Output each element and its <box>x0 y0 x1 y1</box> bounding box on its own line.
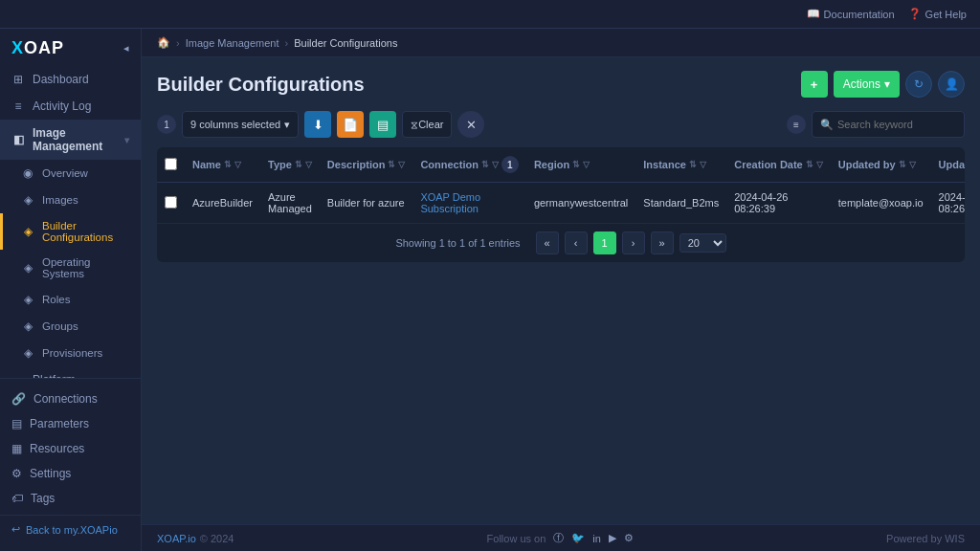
sort-icon[interactable]: ⇅ <box>806 160 813 169</box>
sidebar-item-operating-systems[interactable]: ◈ Operating Systems <box>0 250 141 286</box>
facebook-icon[interactable]: ⓕ <box>553 531 564 545</box>
github-icon[interactable]: ⚙ <box>624 532 634 544</box>
filter-icon[interactable]: ▽ <box>305 160 312 169</box>
sidebar-item-label: Roles <box>42 294 70 305</box>
sidebar-item-activity-log[interactable]: ≡ Activity Log <box>0 93 141 120</box>
sort-icon[interactable]: ⇅ <box>689 160 697 169</box>
sidebar-item-label: Overview <box>42 167 88 179</box>
select-all-checkbox[interactable] <box>165 158 177 170</box>
pdf-icon: 📄 <box>343 118 358 132</box>
sidebar-item-groups[interactable]: ◈ Groups <box>0 313 141 340</box>
last-page-btn[interactable]: » <box>651 231 674 254</box>
filter-icon[interactable]: ▽ <box>816 160 823 169</box>
table-row: AzureBuilder Azure Managed Builder for a… <box>157 183 965 224</box>
back-to-myxoap-btn[interactable]: ↩ Back to my.XOAPio <box>0 515 141 543</box>
sidebar-item-label: Tags <box>31 492 55 505</box>
sidebar-item-dashboard[interactable]: ⊞ Dashboard <box>0 66 141 93</box>
sidebar-collapse-btn[interactable]: ◂ <box>123 42 129 55</box>
row-name: AzureBuilder <box>185 183 260 224</box>
header-actions: + Actions ▾ ↻ 👤 <box>801 71 965 98</box>
sidebar-item-label: Builder Configurations <box>42 220 129 243</box>
actions-button[interactable]: Actions ▾ <box>834 71 900 98</box>
linkedin-icon[interactable]: in <box>592 533 601 544</box>
groups-icon: ◈ <box>21 320 34 333</box>
sidebar-item-overview[interactable]: ◉ Overview <box>0 160 141 187</box>
first-page-btn[interactable]: « <box>536 231 559 254</box>
breadcrumb-image-management[interactable]: Image Management <box>186 37 279 49</box>
user-button[interactable]: 👤 <box>938 71 965 98</box>
sidebar-item-settings[interactable]: ⚙ Settings <box>0 461 141 486</box>
filter-icon[interactable]: ▽ <box>583 160 590 169</box>
documentation-link[interactable]: 📖 Documentation <box>807 8 895 20</box>
refresh-button[interactable]: ↻ <box>905 71 932 98</box>
pagination: Showing 1 to 1 of 1 entries « ‹ 1 › » 20… <box>157 224 965 262</box>
sidebar-item-label: Groups <box>42 320 78 332</box>
sidebar-item-roles[interactable]: ◈ Roles <box>0 286 141 313</box>
filter-icon: ⧖ <box>411 119 418 131</box>
sidebar-item-label: Image Management <box>33 126 117 153</box>
filter-icon[interactable]: ▽ <box>700 160 706 169</box>
more-options-button[interactable]: ✕ <box>457 111 484 138</box>
col-header-instance: Instance ⇅ ▽ <box>635 147 726 183</box>
table-container: Name ⇅ ▽ Type ⇅ ▽ <box>157 147 965 262</box>
page-1-btn[interactable]: 1 <box>593 231 616 254</box>
row-checkbox[interactable] <box>165 196 177 209</box>
row-update-date: 2024-04-26 08:26:39 <box>931 183 965 224</box>
filter-icon[interactable]: ▽ <box>234 160 241 169</box>
sort-icon[interactable]: ⇅ <box>295 160 302 169</box>
resources-icon: ▦ <box>11 442 22 455</box>
sidebar-item-builder-configurations[interactable]: ◈ Builder Configurations <box>0 213 141 250</box>
prev-page-btn[interactable]: ‹ <box>565 231 588 254</box>
sidebar-item-images[interactable]: ◈ Images <box>0 187 141 213</box>
sidebar-item-resources[interactable]: ▦ Resources <box>0 436 141 461</box>
sidebar-item-label: Connections <box>33 392 98 406</box>
filter-icon[interactable]: ▽ <box>398 160 405 169</box>
youtube-icon[interactable]: ▶ <box>609 532 616 544</box>
twitter-icon[interactable]: 🐦 <box>571 532 585 544</box>
footer-left: XOAP.io © 2024 <box>157 533 234 544</box>
export-table-button[interactable]: ▤ <box>369 111 396 138</box>
follow-label: Follow us on <box>487 533 546 544</box>
sort-icon[interactable]: ⇅ <box>224 160 232 169</box>
book-icon: 📖 <box>807 8 820 20</box>
table-header-row: Name ⇅ ▽ Type ⇅ ▽ <box>157 147 965 183</box>
gethelp-link[interactable]: ❓ Get Help <box>908 8 967 20</box>
sidebar-item-label: Dashboard <box>33 73 89 86</box>
clear-filter-button[interactable]: ⧖ Clear <box>402 111 452 138</box>
search-box[interactable]: 🔍 <box>812 111 965 138</box>
sort-icon[interactable]: ⇅ <box>388 160 395 169</box>
sidebar-item-connections[interactable]: 🔗 Connections <box>0 386 141 411</box>
sidebar-item-tags[interactable]: 🏷 Tags <box>0 486 141 511</box>
filter-icon[interactable]: ▽ <box>492 160 499 169</box>
sidebar-item-label: Images <box>42 194 78 206</box>
filter-icon[interactable]: ▽ <box>909 160 916 169</box>
sidebar-item-platform-management[interactable]: ◧ Platform Management ▸ <box>0 366 141 378</box>
search-input[interactable] <box>837 119 956 130</box>
sort-icon[interactable]: ⇅ <box>481 160 489 169</box>
overview-icon: ◉ <box>21 166 34 180</box>
home-icon[interactable]: 🏠 <box>157 36 170 49</box>
export-csv-button[interactable]: ⬇ <box>304 111 331 138</box>
sidebar-item-label: Provisioners <box>42 347 102 359</box>
pagination-info: Showing 1 to 1 of 1 entries <box>395 237 520 249</box>
sidebar-item-image-management[interactable]: ◧ Image Management ▾ <box>0 120 141 160</box>
topbar: 📖 Documentation ❓ Get Help <box>0 0 980 29</box>
logo: XOAP <box>11 38 64 58</box>
sort-icon[interactable]: ⇅ <box>572 160 580 169</box>
main-layout: XOAP ◂ ⊞ Dashboard ≡ Activity Log ◧ Imag… <box>0 29 980 551</box>
os-icon: ◈ <box>21 261 34 275</box>
next-page-btn[interactable]: › <box>622 231 645 254</box>
page-size-select[interactable]: 20 50 100 <box>679 233 726 253</box>
table-icon: ▤ <box>377 118 389 132</box>
export-pdf-button[interactable]: 📄 <box>337 111 364 138</box>
brand-link[interactable]: XOAP.io <box>157 533 196 544</box>
sort-icon[interactable]: ⇅ <box>899 160 906 169</box>
footer: XOAP.io © 2024 Follow us on ⓕ 🐦 in ▶ ⚙ P… <box>142 524 980 551</box>
sidebar-item-parameters[interactable]: ▤ Parameters <box>0 411 141 436</box>
page-title: Builder Configurations <box>157 74 365 96</box>
add-button[interactable]: + <box>801 71 828 98</box>
sidebar-item-provisioners[interactable]: ◈ Provisioners <box>0 340 141 366</box>
row-connection[interactable]: XOAP Demo Subscription <box>412 183 526 224</box>
columns-selector[interactable]: 9 columns selected ▾ <box>182 111 299 138</box>
page-header: Builder Configurations + Actions ▾ ↻ 👤 <box>157 71 965 98</box>
